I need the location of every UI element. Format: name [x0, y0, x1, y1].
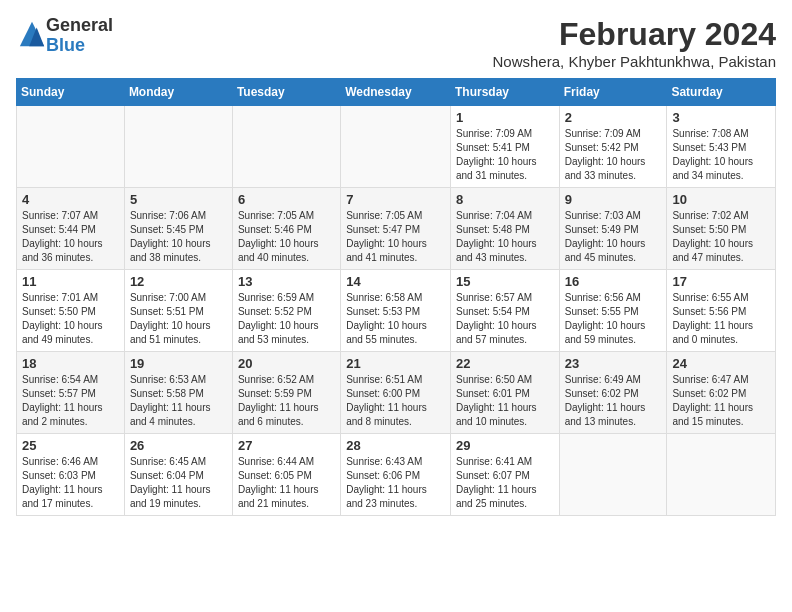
day-number: 18 [22, 356, 119, 371]
calendar-day-cell [17, 106, 125, 188]
day-number: 21 [346, 356, 445, 371]
day-number: 9 [565, 192, 662, 207]
calendar-day-cell: 4Sunrise: 7:07 AM Sunset: 5:44 PM Daylig… [17, 188, 125, 270]
weekday-header: Saturday [667, 79, 776, 106]
day-number: 22 [456, 356, 554, 371]
calendar-week-row: 25Sunrise: 6:46 AM Sunset: 6:03 PM Dayli… [17, 434, 776, 516]
logo-general: General [46, 15, 113, 35]
day-number: 24 [672, 356, 770, 371]
day-info: Sunrise: 6:45 AM Sunset: 6:04 PM Dayligh… [130, 455, 227, 511]
calendar-day-cell: 19Sunrise: 6:53 AM Sunset: 5:58 PM Dayli… [124, 352, 232, 434]
calendar-day-cell [341, 106, 451, 188]
logo: General Blue [16, 16, 113, 56]
weekday-header: Wednesday [341, 79, 451, 106]
weekday-header: Tuesday [232, 79, 340, 106]
calendar-day-cell: 11Sunrise: 7:01 AM Sunset: 5:50 PM Dayli… [17, 270, 125, 352]
calendar-day-cell: 5Sunrise: 7:06 AM Sunset: 5:45 PM Daylig… [124, 188, 232, 270]
calendar-day-cell [559, 434, 667, 516]
day-number: 14 [346, 274, 445, 289]
day-number: 12 [130, 274, 227, 289]
day-info: Sunrise: 7:01 AM Sunset: 5:50 PM Dayligh… [22, 291, 119, 347]
day-number: 26 [130, 438, 227, 453]
day-number: 10 [672, 192, 770, 207]
day-info: Sunrise: 6:41 AM Sunset: 6:07 PM Dayligh… [456, 455, 554, 511]
day-info: Sunrise: 7:03 AM Sunset: 5:49 PM Dayligh… [565, 209, 662, 265]
calendar-week-row: 18Sunrise: 6:54 AM Sunset: 5:57 PM Dayli… [17, 352, 776, 434]
calendar-day-cell: 21Sunrise: 6:51 AM Sunset: 6:00 PM Dayli… [341, 352, 451, 434]
day-number: 17 [672, 274, 770, 289]
day-info: Sunrise: 7:05 AM Sunset: 5:46 PM Dayligh… [238, 209, 335, 265]
day-number: 28 [346, 438, 445, 453]
calendar-day-cell: 17Sunrise: 6:55 AM Sunset: 5:56 PM Dayli… [667, 270, 776, 352]
logo-text: General Blue [46, 16, 113, 56]
calendar-week-row: 4Sunrise: 7:07 AM Sunset: 5:44 PM Daylig… [17, 188, 776, 270]
day-info: Sunrise: 6:56 AM Sunset: 5:55 PM Dayligh… [565, 291, 662, 347]
day-info: Sunrise: 6:55 AM Sunset: 5:56 PM Dayligh… [672, 291, 770, 347]
calendar-table: SundayMondayTuesdayWednesdayThursdayFrid… [16, 78, 776, 516]
calendar-day-cell [667, 434, 776, 516]
day-number: 7 [346, 192, 445, 207]
calendar-day-cell: 16Sunrise: 6:56 AM Sunset: 5:55 PM Dayli… [559, 270, 667, 352]
day-number: 15 [456, 274, 554, 289]
calendar-day-cell: 24Sunrise: 6:47 AM Sunset: 6:02 PM Dayli… [667, 352, 776, 434]
calendar-day-cell: 28Sunrise: 6:43 AM Sunset: 6:06 PM Dayli… [341, 434, 451, 516]
calendar-day-cell: 3Sunrise: 7:08 AM Sunset: 5:43 PM Daylig… [667, 106, 776, 188]
calendar-day-cell: 23Sunrise: 6:49 AM Sunset: 6:02 PM Dayli… [559, 352, 667, 434]
calendar-header-row: SundayMondayTuesdayWednesdayThursdayFrid… [17, 79, 776, 106]
day-info: Sunrise: 6:59 AM Sunset: 5:52 PM Dayligh… [238, 291, 335, 347]
calendar-day-cell [232, 106, 340, 188]
day-info: Sunrise: 6:47 AM Sunset: 6:02 PM Dayligh… [672, 373, 770, 429]
day-info: Sunrise: 6:46 AM Sunset: 6:03 PM Dayligh… [22, 455, 119, 511]
day-info: Sunrise: 7:04 AM Sunset: 5:48 PM Dayligh… [456, 209, 554, 265]
day-number: 5 [130, 192, 227, 207]
day-info: Sunrise: 6:44 AM Sunset: 6:05 PM Dayligh… [238, 455, 335, 511]
calendar-day-cell: 22Sunrise: 6:50 AM Sunset: 6:01 PM Dayli… [450, 352, 559, 434]
day-info: Sunrise: 6:51 AM Sunset: 6:00 PM Dayligh… [346, 373, 445, 429]
day-info: Sunrise: 6:54 AM Sunset: 5:57 PM Dayligh… [22, 373, 119, 429]
calendar-day-cell: 9Sunrise: 7:03 AM Sunset: 5:49 PM Daylig… [559, 188, 667, 270]
calendar-day-cell: 6Sunrise: 7:05 AM Sunset: 5:46 PM Daylig… [232, 188, 340, 270]
day-info: Sunrise: 6:53 AM Sunset: 5:58 PM Dayligh… [130, 373, 227, 429]
weekday-header: Monday [124, 79, 232, 106]
day-number: 13 [238, 274, 335, 289]
location-subtitle: Nowshera, Khyber Pakhtunkhwa, Pakistan [493, 53, 776, 70]
day-info: Sunrise: 7:09 AM Sunset: 5:42 PM Dayligh… [565, 127, 662, 183]
day-info: Sunrise: 6:52 AM Sunset: 5:59 PM Dayligh… [238, 373, 335, 429]
day-number: 4 [22, 192, 119, 207]
calendar-day-cell: 15Sunrise: 6:57 AM Sunset: 5:54 PM Dayli… [450, 270, 559, 352]
calendar-day-cell: 14Sunrise: 6:58 AM Sunset: 5:53 PM Dayli… [341, 270, 451, 352]
day-number: 20 [238, 356, 335, 371]
weekday-header: Sunday [17, 79, 125, 106]
day-info: Sunrise: 7:00 AM Sunset: 5:51 PM Dayligh… [130, 291, 227, 347]
calendar-day-cell: 27Sunrise: 6:44 AM Sunset: 6:05 PM Dayli… [232, 434, 340, 516]
calendar-day-cell: 13Sunrise: 6:59 AM Sunset: 5:52 PM Dayli… [232, 270, 340, 352]
day-number: 19 [130, 356, 227, 371]
calendar-day-cell [124, 106, 232, 188]
logo-blue: Blue [46, 35, 85, 55]
calendar-day-cell: 1Sunrise: 7:09 AM Sunset: 5:41 PM Daylig… [450, 106, 559, 188]
day-info: Sunrise: 6:57 AM Sunset: 5:54 PM Dayligh… [456, 291, 554, 347]
calendar-week-row: 1Sunrise: 7:09 AM Sunset: 5:41 PM Daylig… [17, 106, 776, 188]
calendar-day-cell: 20Sunrise: 6:52 AM Sunset: 5:59 PM Dayli… [232, 352, 340, 434]
day-number: 25 [22, 438, 119, 453]
day-number: 11 [22, 274, 119, 289]
day-number: 6 [238, 192, 335, 207]
calendar-day-cell: 12Sunrise: 7:00 AM Sunset: 5:51 PM Dayli… [124, 270, 232, 352]
day-info: Sunrise: 6:50 AM Sunset: 6:01 PM Dayligh… [456, 373, 554, 429]
weekday-header: Thursday [450, 79, 559, 106]
calendar-day-cell: 25Sunrise: 6:46 AM Sunset: 6:03 PM Dayli… [17, 434, 125, 516]
calendar-day-cell: 29Sunrise: 6:41 AM Sunset: 6:07 PM Dayli… [450, 434, 559, 516]
day-number: 23 [565, 356, 662, 371]
day-info: Sunrise: 6:49 AM Sunset: 6:02 PM Dayligh… [565, 373, 662, 429]
day-info: Sunrise: 7:07 AM Sunset: 5:44 PM Dayligh… [22, 209, 119, 265]
page-header: General Blue February 2024 Nowshera, Khy… [16, 16, 776, 70]
month-title: February 2024 [493, 16, 776, 53]
day-info: Sunrise: 6:43 AM Sunset: 6:06 PM Dayligh… [346, 455, 445, 511]
day-number: 16 [565, 274, 662, 289]
calendar-day-cell: 18Sunrise: 6:54 AM Sunset: 5:57 PM Dayli… [17, 352, 125, 434]
calendar-week-row: 11Sunrise: 7:01 AM Sunset: 5:50 PM Dayli… [17, 270, 776, 352]
weekday-header: Friday [559, 79, 667, 106]
calendar-day-cell: 2Sunrise: 7:09 AM Sunset: 5:42 PM Daylig… [559, 106, 667, 188]
title-block: February 2024 Nowshera, Khyber Pakhtunkh… [493, 16, 776, 70]
day-info: Sunrise: 7:06 AM Sunset: 5:45 PM Dayligh… [130, 209, 227, 265]
